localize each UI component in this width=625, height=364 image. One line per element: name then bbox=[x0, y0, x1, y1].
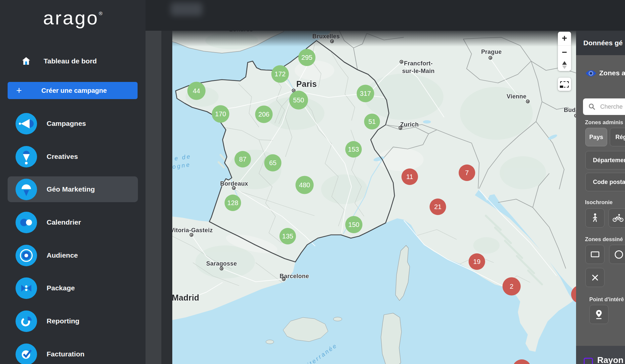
zones-visibility-toggle[interactable]: Zones a bbox=[576, 66, 625, 81]
sidebar-item-creatives[interactable]: Creatives bbox=[8, 144, 138, 169]
search-input[interactable] bbox=[600, 103, 625, 111]
compass-control[interactable] bbox=[558, 59, 571, 71]
check-circle-icon bbox=[16, 344, 37, 364]
map-cluster-2[interactable]: 2 bbox=[503, 277, 521, 296]
map-cluster-153[interactable]: 153 bbox=[345, 141, 362, 158]
walk-isochrone-button[interactable] bbox=[585, 208, 604, 228]
target-icon bbox=[16, 245, 37, 266]
map-cluster-172[interactable]: 172 bbox=[271, 65, 289, 83]
map-cluster-11[interactable]: 11 bbox=[401, 168, 418, 185]
sidebar-item-audience[interactable]: Audience bbox=[8, 242, 138, 268]
map-cluster-65[interactable]: 65 bbox=[264, 154, 281, 171]
city-dot bbox=[400, 60, 403, 64]
sidebar-item-campagnes[interactable]: Campagnes bbox=[8, 111, 138, 136]
region-button[interactable]: Rég bbox=[610, 128, 625, 146]
panel-title: Données gé bbox=[576, 31, 625, 55]
city-label: Bruxelles bbox=[312, 33, 340, 40]
zoom-in-button[interactable]: + bbox=[558, 32, 571, 45]
map-cluster-206[interactable]: 206 bbox=[255, 106, 273, 123]
search-icon bbox=[588, 103, 596, 110]
zone-search bbox=[583, 98, 625, 115]
map-cluster-550[interactable]: 550 bbox=[289, 91, 308, 110]
pie-chart-icon bbox=[16, 310, 37, 332]
city-dot bbox=[489, 56, 492, 60]
area-select-icon bbox=[560, 81, 569, 88]
bike-icon bbox=[612, 214, 624, 222]
plus-icon: + bbox=[16, 86, 22, 95]
map-cluster-295[interactable]: 295 bbox=[298, 49, 315, 66]
map-cluster-7[interactable]: 7 bbox=[459, 164, 475, 181]
city-dot bbox=[399, 126, 402, 130]
map-pin-icon bbox=[16, 179, 37, 200]
city-label: Zurich bbox=[400, 121, 419, 128]
departement-button[interactable]: Départemen bbox=[585, 151, 625, 169]
map-zoom-control: + − bbox=[558, 32, 571, 71]
creative-cone-icon bbox=[16, 146, 37, 167]
map-canvas[interactable]: LondresBruxellesParisFrancfort- sur-le-M… bbox=[172, 31, 576, 364]
map-cluster-128[interactable]: 128 bbox=[225, 195, 241, 211]
map-cluster-44[interactable]: 44 bbox=[188, 82, 206, 100]
sidebar-item-facturation[interactable]: Facturation bbox=[8, 341, 138, 364]
poi-button[interactable] bbox=[589, 305, 608, 324]
sidebar-item-calendrier[interactable]: Calendrier bbox=[8, 209, 138, 235]
draw-circle-button[interactable] bbox=[609, 245, 625, 264]
map-cluster-317[interactable]: 317 bbox=[357, 85, 374, 102]
map-cluster-51[interactable]: 51 bbox=[364, 114, 380, 129]
circle-icon bbox=[614, 250, 623, 259]
map-cluster-135[interactable]: 135 bbox=[279, 228, 296, 244]
app-logo: arago® bbox=[0, 7, 146, 29]
city-label: Vienne bbox=[507, 93, 526, 100]
area-select-button[interactable] bbox=[558, 78, 571, 91]
city-label: Saragosse bbox=[206, 260, 237, 268]
city-label: Vitoria-Gasteiz bbox=[172, 227, 213, 234]
city-dot bbox=[190, 233, 193, 237]
pays-button[interactable]: Pays bbox=[585, 128, 607, 146]
logo-text: arago bbox=[43, 7, 99, 28]
sidebar-item-geo-marketing[interactable]: Géo Marketing bbox=[8, 176, 138, 202]
isochrone-label: Isochronie bbox=[585, 199, 612, 205]
location-pin-icon bbox=[594, 309, 604, 319]
map-cluster-87[interactable]: 87 bbox=[234, 151, 251, 167]
city-label: Londres bbox=[229, 31, 253, 33]
map-cluster-19[interactable]: 19 bbox=[469, 253, 485, 270]
walk-icon bbox=[591, 213, 599, 223]
city-dot bbox=[330, 40, 334, 43]
drawn-zones-label: Zones dessiné bbox=[585, 236, 623, 242]
map-cluster-170[interactable]: 170 bbox=[212, 105, 229, 123]
sidebar-item-package[interactable]: Package bbox=[8, 275, 138, 301]
map-cluster-150[interactable]: 150 bbox=[345, 216, 362, 233]
city-dot bbox=[282, 277, 286, 281]
close-icon bbox=[591, 274, 599, 281]
city-label: Prague bbox=[481, 48, 502, 56]
map-cluster-21[interactable]: 21 bbox=[430, 199, 446, 215]
poi-label: Point d'intérê bbox=[589, 296, 624, 303]
city-dot bbox=[220, 267, 224, 271]
compass-icon bbox=[562, 60, 567, 70]
geo-data-panel: Données gé Zones a Zones adminis Pays Ré… bbox=[576, 31, 625, 364]
radius-swatch bbox=[584, 358, 593, 364]
bowtie-icon bbox=[16, 277, 37, 299]
city-label: Buda bbox=[564, 106, 576, 114]
city-label: Francfort- sur-le-Main bbox=[402, 60, 435, 75]
overlapping-circles-icon bbox=[16, 212, 37, 233]
blurred-title bbox=[171, 3, 202, 16]
collapsed-rail bbox=[146, 31, 161, 364]
radius-row[interactable]: Rayon bbox=[576, 346, 625, 364]
top-bar bbox=[146, 0, 625, 31]
rail-divider bbox=[161, 31, 172, 364]
city-dot bbox=[232, 186, 236, 190]
code-postal-button[interactable]: Code postau bbox=[585, 173, 625, 191]
sidebar-item-reporting[interactable]: Reporting bbox=[8, 308, 138, 334]
eye-icon bbox=[585, 69, 597, 78]
sidebar-item-dashboard[interactable]: Tableau de bord bbox=[0, 52, 146, 70]
map-cluster-480[interactable]: 480 bbox=[296, 176, 314, 194]
create-campaign-button[interactable]: + Créer une campagne bbox=[8, 82, 138, 99]
zones-visibility-label: Zones a bbox=[599, 69, 625, 77]
zoom-out-button[interactable]: − bbox=[558, 45, 571, 59]
home-icon bbox=[21, 56, 31, 66]
clear-drawn-zones-button[interactable] bbox=[585, 268, 604, 287]
city-label: Paris bbox=[296, 79, 317, 89]
bike-isochrone-button[interactable] bbox=[608, 208, 625, 228]
registered-mark: ® bbox=[99, 11, 103, 16]
draw-rectangle-button[interactable] bbox=[585, 245, 604, 264]
